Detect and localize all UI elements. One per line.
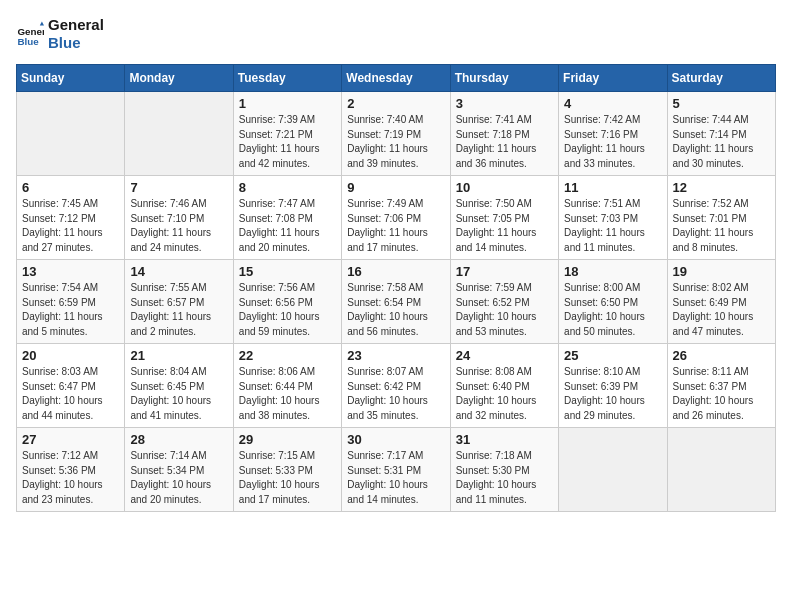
day-number: 20 (22, 348, 119, 363)
calendar-cell (559, 428, 667, 512)
day-number: 25 (564, 348, 661, 363)
calendar-table: SundayMondayTuesdayWednesdayThursdayFrid… (16, 64, 776, 512)
calendar-week-row: 20Sunrise: 8:03 AM Sunset: 6:47 PM Dayli… (17, 344, 776, 428)
calendar-cell: 13Sunrise: 7:54 AM Sunset: 6:59 PM Dayli… (17, 260, 125, 344)
calendar-cell: 14Sunrise: 7:55 AM Sunset: 6:57 PM Dayli… (125, 260, 233, 344)
calendar-cell: 16Sunrise: 7:58 AM Sunset: 6:54 PM Dayli… (342, 260, 450, 344)
weekday-header-thursday: Thursday (450, 65, 558, 92)
day-number: 15 (239, 264, 336, 279)
day-number: 26 (673, 348, 770, 363)
logo: General Blue General Blue (16, 16, 104, 52)
day-info: Sunrise: 7:47 AM Sunset: 7:08 PM Dayligh… (239, 197, 336, 255)
calendar-cell: 17Sunrise: 7:59 AM Sunset: 6:52 PM Dayli… (450, 260, 558, 344)
day-number: 29 (239, 432, 336, 447)
day-info: Sunrise: 7:41 AM Sunset: 7:18 PM Dayligh… (456, 113, 553, 171)
calendar-cell: 25Sunrise: 8:10 AM Sunset: 6:39 PM Dayli… (559, 344, 667, 428)
day-number: 5 (673, 96, 770, 111)
calendar-cell (125, 92, 233, 176)
calendar-cell (17, 92, 125, 176)
day-number: 19 (673, 264, 770, 279)
day-info: Sunrise: 7:17 AM Sunset: 5:31 PM Dayligh… (347, 449, 444, 507)
day-info: Sunrise: 8:02 AM Sunset: 6:49 PM Dayligh… (673, 281, 770, 339)
svg-marker-2 (40, 21, 44, 25)
weekday-header-tuesday: Tuesday (233, 65, 341, 92)
calendar-cell: 21Sunrise: 8:04 AM Sunset: 6:45 PM Dayli… (125, 344, 233, 428)
calendar-cell: 29Sunrise: 7:15 AM Sunset: 5:33 PM Dayli… (233, 428, 341, 512)
calendar-cell: 1Sunrise: 7:39 AM Sunset: 7:21 PM Daylig… (233, 92, 341, 176)
weekday-header-saturday: Saturday (667, 65, 775, 92)
day-number: 14 (130, 264, 227, 279)
calendar-week-row: 1Sunrise: 7:39 AM Sunset: 7:21 PM Daylig… (17, 92, 776, 176)
day-info: Sunrise: 7:46 AM Sunset: 7:10 PM Dayligh… (130, 197, 227, 255)
day-number: 11 (564, 180, 661, 195)
day-info: Sunrise: 7:14 AM Sunset: 5:34 PM Dayligh… (130, 449, 227, 507)
weekday-header-friday: Friday (559, 65, 667, 92)
day-number: 1 (239, 96, 336, 111)
day-info: Sunrise: 7:54 AM Sunset: 6:59 PM Dayligh… (22, 281, 119, 339)
day-number: 17 (456, 264, 553, 279)
day-info: Sunrise: 8:07 AM Sunset: 6:42 PM Dayligh… (347, 365, 444, 423)
weekday-header-wednesday: Wednesday (342, 65, 450, 92)
day-info: Sunrise: 7:12 AM Sunset: 5:36 PM Dayligh… (22, 449, 119, 507)
day-number: 30 (347, 432, 444, 447)
day-info: Sunrise: 7:52 AM Sunset: 7:01 PM Dayligh… (673, 197, 770, 255)
day-number: 22 (239, 348, 336, 363)
day-info: Sunrise: 7:51 AM Sunset: 7:03 PM Dayligh… (564, 197, 661, 255)
page-header: General Blue General Blue (16, 16, 776, 52)
weekday-header-sunday: Sunday (17, 65, 125, 92)
day-info: Sunrise: 7:49 AM Sunset: 7:06 PM Dayligh… (347, 197, 444, 255)
day-number: 9 (347, 180, 444, 195)
calendar-week-row: 27Sunrise: 7:12 AM Sunset: 5:36 PM Dayli… (17, 428, 776, 512)
calendar-cell: 30Sunrise: 7:17 AM Sunset: 5:31 PM Dayli… (342, 428, 450, 512)
weekday-header-row: SundayMondayTuesdayWednesdayThursdayFrid… (17, 65, 776, 92)
calendar-cell: 19Sunrise: 8:02 AM Sunset: 6:49 PM Dayli… (667, 260, 775, 344)
calendar-cell: 8Sunrise: 7:47 AM Sunset: 7:08 PM Daylig… (233, 176, 341, 260)
calendar-cell: 18Sunrise: 8:00 AM Sunset: 6:50 PM Dayli… (559, 260, 667, 344)
calendar-cell: 27Sunrise: 7:12 AM Sunset: 5:36 PM Dayli… (17, 428, 125, 512)
calendar-cell: 4Sunrise: 7:42 AM Sunset: 7:16 PM Daylig… (559, 92, 667, 176)
day-number: 10 (456, 180, 553, 195)
day-info: Sunrise: 7:18 AM Sunset: 5:30 PM Dayligh… (456, 449, 553, 507)
calendar-cell: 24Sunrise: 8:08 AM Sunset: 6:40 PM Dayli… (450, 344, 558, 428)
day-number: 31 (456, 432, 553, 447)
calendar-cell: 11Sunrise: 7:51 AM Sunset: 7:03 PM Dayli… (559, 176, 667, 260)
day-info: Sunrise: 7:45 AM Sunset: 7:12 PM Dayligh… (22, 197, 119, 255)
day-info: Sunrise: 8:06 AM Sunset: 6:44 PM Dayligh… (239, 365, 336, 423)
day-info: Sunrise: 7:58 AM Sunset: 6:54 PM Dayligh… (347, 281, 444, 339)
day-number: 24 (456, 348, 553, 363)
calendar-cell: 2Sunrise: 7:40 AM Sunset: 7:19 PM Daylig… (342, 92, 450, 176)
calendar-cell: 9Sunrise: 7:49 AM Sunset: 7:06 PM Daylig… (342, 176, 450, 260)
day-number: 8 (239, 180, 336, 195)
calendar-cell: 5Sunrise: 7:44 AM Sunset: 7:14 PM Daylig… (667, 92, 775, 176)
calendar-cell (667, 428, 775, 512)
day-number: 13 (22, 264, 119, 279)
day-number: 23 (347, 348, 444, 363)
day-number: 4 (564, 96, 661, 111)
day-info: Sunrise: 7:40 AM Sunset: 7:19 PM Dayligh… (347, 113, 444, 171)
day-number: 12 (673, 180, 770, 195)
calendar-cell: 26Sunrise: 8:11 AM Sunset: 6:37 PM Dayli… (667, 344, 775, 428)
day-info: Sunrise: 7:42 AM Sunset: 7:16 PM Dayligh… (564, 113, 661, 171)
calendar-cell: 3Sunrise: 7:41 AM Sunset: 7:18 PM Daylig… (450, 92, 558, 176)
day-number: 18 (564, 264, 661, 279)
day-number: 28 (130, 432, 227, 447)
day-info: Sunrise: 8:10 AM Sunset: 6:39 PM Dayligh… (564, 365, 661, 423)
day-info: Sunrise: 7:15 AM Sunset: 5:33 PM Dayligh… (239, 449, 336, 507)
calendar-week-row: 13Sunrise: 7:54 AM Sunset: 6:59 PM Dayli… (17, 260, 776, 344)
day-number: 6 (22, 180, 119, 195)
day-info: Sunrise: 8:11 AM Sunset: 6:37 PM Dayligh… (673, 365, 770, 423)
calendar-cell: 28Sunrise: 7:14 AM Sunset: 5:34 PM Dayli… (125, 428, 233, 512)
day-number: 7 (130, 180, 227, 195)
day-info: Sunrise: 7:55 AM Sunset: 6:57 PM Dayligh… (130, 281, 227, 339)
calendar-cell: 10Sunrise: 7:50 AM Sunset: 7:05 PM Dayli… (450, 176, 558, 260)
day-info: Sunrise: 7:44 AM Sunset: 7:14 PM Dayligh… (673, 113, 770, 171)
calendar-cell: 6Sunrise: 7:45 AM Sunset: 7:12 PM Daylig… (17, 176, 125, 260)
calendar-cell: 12Sunrise: 7:52 AM Sunset: 7:01 PM Dayli… (667, 176, 775, 260)
calendar-week-row: 6Sunrise: 7:45 AM Sunset: 7:12 PM Daylig… (17, 176, 776, 260)
day-info: Sunrise: 8:08 AM Sunset: 6:40 PM Dayligh… (456, 365, 553, 423)
day-info: Sunrise: 8:00 AM Sunset: 6:50 PM Dayligh… (564, 281, 661, 339)
day-number: 27 (22, 432, 119, 447)
day-info: Sunrise: 7:39 AM Sunset: 7:21 PM Dayligh… (239, 113, 336, 171)
day-info: Sunrise: 7:56 AM Sunset: 6:56 PM Dayligh… (239, 281, 336, 339)
day-number: 3 (456, 96, 553, 111)
